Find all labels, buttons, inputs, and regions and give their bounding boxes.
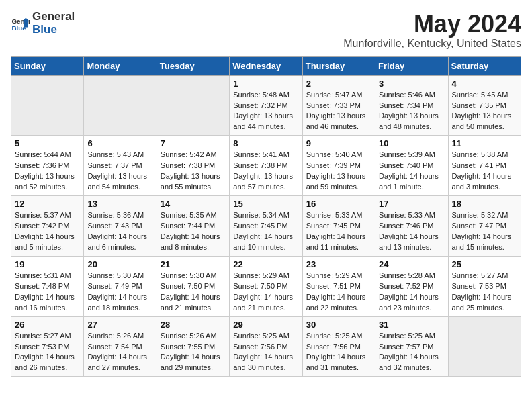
day-info: Sunrise: 5:30 AM Sunset: 7:50 PM Dayligh… (161, 271, 226, 314)
day-number: 4 (452, 79, 517, 89)
logo-icon: General Blue (11, 14, 30, 33)
day-number: 12 (15, 199, 80, 209)
day-cell: 11Sunrise: 5:38 AM Sunset: 7:41 PM Dayli… (448, 136, 521, 196)
day-info: Sunrise: 5:42 AM Sunset: 7:38 PM Dayligh… (161, 150, 226, 193)
day-number: 10 (379, 138, 444, 148)
day-cell (84, 75, 157, 136)
day-cell: 4Sunrise: 5:45 AM Sunset: 7:35 PM Daylig… (448, 75, 521, 136)
title-area: May 2024 Munfordville, Kentucky, United … (343, 11, 521, 50)
day-cell: 6Sunrise: 5:43 AM Sunset: 7:37 PM Daylig… (84, 136, 157, 196)
day-number: 3 (379, 79, 444, 89)
day-number: 19 (15, 259, 80, 269)
day-cell: 19Sunrise: 5:31 AM Sunset: 7:48 PM Dayli… (11, 256, 84, 316)
day-cell: 23Sunrise: 5:29 AM Sunset: 7:51 PM Dayli… (302, 256, 375, 316)
day-cell: 7Sunrise: 5:42 AM Sunset: 7:38 PM Daylig… (157, 136, 229, 196)
day-info: Sunrise: 5:48 AM Sunset: 7:32 PM Dayligh… (233, 90, 298, 133)
day-number: 7 (161, 138, 226, 148)
day-number: 2 (306, 79, 371, 89)
day-cell: 5Sunrise: 5:44 AM Sunset: 7:36 PM Daylig… (11, 136, 84, 196)
day-number: 30 (306, 320, 371, 330)
day-number: 8 (233, 138, 298, 148)
day-number: 16 (306, 199, 371, 209)
header-row: SundayMondayTuesdayWednesdayThursdayFrid… (11, 56, 521, 75)
day-info: Sunrise: 5:25 AM Sunset: 7:56 PM Dayligh… (306, 331, 371, 374)
logo-general-text: General (32, 11, 75, 24)
day-cell: 16Sunrise: 5:33 AM Sunset: 7:45 PM Dayli… (302, 196, 375, 257)
day-cell: 1Sunrise: 5:48 AM Sunset: 7:32 PM Daylig… (230, 75, 302, 136)
day-cell: 31Sunrise: 5:25 AM Sunset: 7:57 PM Dayli… (375, 316, 448, 377)
col-header-thursday: Thursday (302, 56, 375, 75)
day-cell: 30Sunrise: 5:25 AM Sunset: 7:56 PM Dayli… (302, 316, 375, 377)
day-info: Sunrise: 5:35 AM Sunset: 7:44 PM Dayligh… (161, 210, 226, 253)
day-number: 21 (161, 259, 226, 269)
week-row-3: 12Sunrise: 5:37 AM Sunset: 7:42 PM Dayli… (11, 196, 521, 257)
day-cell: 25Sunrise: 5:27 AM Sunset: 7:53 PM Dayli… (448, 256, 521, 316)
day-cell: 27Sunrise: 5:26 AM Sunset: 7:54 PM Dayli… (84, 316, 157, 377)
day-cell: 8Sunrise: 5:41 AM Sunset: 7:38 PM Daylig… (230, 136, 302, 196)
day-cell: 26Sunrise: 5:27 AM Sunset: 7:53 PM Dayli… (11, 316, 84, 377)
day-cell: 2Sunrise: 5:47 AM Sunset: 7:33 PM Daylig… (302, 75, 375, 136)
header: General Blue General Blue May 2024 Munfo… (11, 11, 521, 50)
day-info: Sunrise: 5:26 AM Sunset: 7:55 PM Dayligh… (161, 331, 226, 374)
day-number: 24 (379, 259, 444, 269)
day-info: Sunrise: 5:31 AM Sunset: 7:48 PM Dayligh… (15, 271, 80, 314)
calendar-subtitle: Munfordville, Kentucky, United States (343, 38, 521, 50)
day-cell: 10Sunrise: 5:39 AM Sunset: 7:40 PM Dayli… (375, 136, 448, 196)
day-info: Sunrise: 5:47 AM Sunset: 7:33 PM Dayligh… (306, 90, 371, 133)
day-info: Sunrise: 5:33 AM Sunset: 7:45 PM Dayligh… (306, 210, 371, 253)
day-cell: 14Sunrise: 5:35 AM Sunset: 7:44 PM Dayli… (157, 196, 229, 257)
day-cell: 20Sunrise: 5:30 AM Sunset: 7:49 PM Dayli… (84, 256, 157, 316)
week-row-2: 5Sunrise: 5:44 AM Sunset: 7:36 PM Daylig… (11, 136, 521, 196)
day-number: 25 (452, 259, 517, 269)
day-number: 18 (452, 199, 517, 209)
day-cell: 12Sunrise: 5:37 AM Sunset: 7:42 PM Dayli… (11, 196, 84, 257)
day-info: Sunrise: 5:33 AM Sunset: 7:46 PM Dayligh… (379, 210, 444, 253)
day-cell: 13Sunrise: 5:36 AM Sunset: 7:43 PM Dayli… (84, 196, 157, 257)
week-row-4: 19Sunrise: 5:31 AM Sunset: 7:48 PM Dayli… (11, 256, 521, 316)
col-header-friday: Friday (375, 56, 448, 75)
day-info: Sunrise: 5:26 AM Sunset: 7:54 PM Dayligh… (87, 331, 152, 374)
calendar-table: SundayMondayTuesdayWednesdayThursdayFrid… (11, 56, 521, 377)
day-info: Sunrise: 5:43 AM Sunset: 7:37 PM Dayligh… (87, 150, 152, 193)
day-info: Sunrise: 5:40 AM Sunset: 7:39 PM Dayligh… (306, 150, 371, 193)
day-info: Sunrise: 5:29 AM Sunset: 7:51 PM Dayligh… (306, 271, 371, 314)
day-info: Sunrise: 5:30 AM Sunset: 7:49 PM Dayligh… (87, 271, 152, 314)
day-info: Sunrise: 5:25 AM Sunset: 7:56 PM Dayligh… (233, 331, 298, 374)
col-header-sunday: Sunday (11, 56, 84, 75)
day-number: 17 (379, 199, 444, 209)
logo-blue-text: Blue (32, 24, 75, 36)
day-cell: 22Sunrise: 5:29 AM Sunset: 7:50 PM Dayli… (230, 256, 302, 316)
day-number: 14 (161, 199, 226, 209)
day-number: 13 (87, 199, 152, 209)
day-number: 26 (15, 320, 80, 330)
day-cell (157, 75, 229, 136)
week-row-5: 26Sunrise: 5:27 AM Sunset: 7:53 PM Dayli… (11, 316, 521, 377)
day-info: Sunrise: 5:34 AM Sunset: 7:45 PM Dayligh… (233, 210, 298, 253)
col-header-monday: Monday (84, 56, 157, 75)
day-cell (11, 75, 84, 136)
day-number: 23 (306, 259, 371, 269)
day-cell: 15Sunrise: 5:34 AM Sunset: 7:45 PM Dayli… (230, 196, 302, 257)
day-number: 22 (233, 259, 298, 269)
day-number: 11 (452, 138, 517, 148)
day-info: Sunrise: 5:28 AM Sunset: 7:52 PM Dayligh… (379, 271, 444, 314)
day-number: 27 (87, 320, 152, 330)
day-cell: 17Sunrise: 5:33 AM Sunset: 7:46 PM Dayli… (375, 196, 448, 257)
day-info: Sunrise: 5:44 AM Sunset: 7:36 PM Dayligh… (15, 150, 80, 193)
day-cell (448, 316, 521, 377)
day-number: 5 (15, 138, 80, 148)
day-info: Sunrise: 5:37 AM Sunset: 7:42 PM Dayligh… (15, 210, 80, 253)
day-number: 9 (306, 138, 371, 148)
day-number: 15 (233, 199, 298, 209)
col-header-saturday: Saturday (448, 56, 521, 75)
week-row-1: 1Sunrise: 5:48 AM Sunset: 7:32 PM Daylig… (11, 75, 521, 136)
day-info: Sunrise: 5:45 AM Sunset: 7:35 PM Dayligh… (452, 90, 517, 133)
day-cell: 18Sunrise: 5:32 AM Sunset: 7:47 PM Dayli… (448, 196, 521, 257)
day-info: Sunrise: 5:38 AM Sunset: 7:41 PM Dayligh… (452, 150, 517, 193)
day-number: 1 (233, 79, 298, 89)
day-number: 6 (87, 138, 152, 148)
day-cell: 9Sunrise: 5:40 AM Sunset: 7:39 PM Daylig… (302, 136, 375, 196)
day-info: Sunrise: 5:39 AM Sunset: 7:40 PM Dayligh… (379, 150, 444, 193)
day-info: Sunrise: 5:27 AM Sunset: 7:53 PM Dayligh… (15, 331, 80, 374)
day-info: Sunrise: 5:27 AM Sunset: 7:53 PM Dayligh… (452, 271, 517, 314)
